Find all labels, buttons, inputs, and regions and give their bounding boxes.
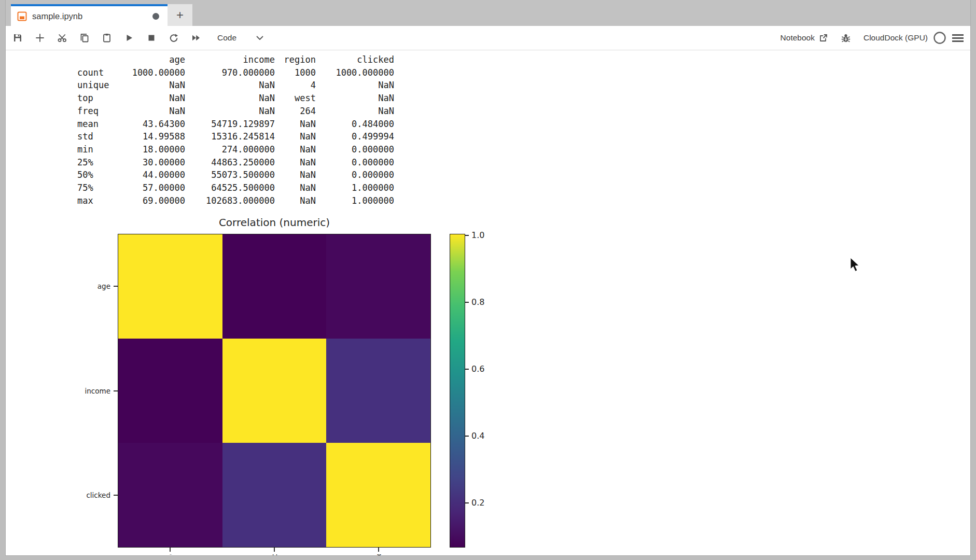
colorbar-tick-mark (465, 235, 469, 236)
heatmap-cell (118, 443, 222, 547)
heatmap-cell (118, 339, 222, 443)
restart-icon (169, 33, 179, 43)
insert-cell-button[interactable] (32, 30, 48, 46)
notebook-panel-link[interactable]: Notebook (780, 33, 815, 43)
notebook-file-icon (17, 11, 27, 21)
run-cell-button[interactable] (121, 30, 137, 46)
plus-icon (35, 33, 45, 43)
copy-icon (79, 33, 90, 43)
mouse-cursor (850, 258, 861, 275)
heatmap-cell (222, 339, 327, 443)
fast-forward-icon (191, 33, 201, 43)
colorbar-tick-mark (465, 502, 469, 503)
play-icon (124, 33, 134, 43)
table-row: max69.00000102683.000000NaN1.000000 (77, 194, 394, 207)
save-button[interactable] (10, 30, 25, 46)
debugger-bug-icon[interactable] (841, 33, 851, 43)
menu-icon[interactable] (952, 33, 964, 43)
restart-kernel-button[interactable] (166, 30, 182, 46)
kernel-status-icon (933, 31, 946, 45)
heatmap-cell (222, 443, 327, 547)
describe-table: ageincomeregionclickedcount1000.00000970… (77, 53, 394, 207)
table-row: min18.00000274.000000NaN0.000000 (77, 143, 394, 156)
table-row: mean43.6430054719.129897NaN0.484000 (77, 118, 394, 131)
chevron-down-icon (256, 36, 263, 40)
new-tab-button[interactable]: + (168, 4, 192, 26)
cut-cells-button[interactable] (54, 30, 70, 46)
colorbar-tick-label: 0.8 (471, 297, 484, 307)
heatmap-cell (222, 234, 327, 339)
x-axis-tick-label: age (166, 554, 175, 555)
table-row: count1000.00000970.00000010001000.000000 (77, 66, 394, 79)
external-link-icon[interactable] (819, 33, 828, 43)
heatmap (118, 234, 431, 548)
table-row: 25%30.0000044863.250000NaN0.000000 (77, 156, 394, 169)
kernel-name[interactable]: CloudDock (GPU) (863, 33, 928, 43)
x-axis-tick-label: clicked (374, 554, 384, 555)
x-axis-tick-mark (274, 548, 275, 552)
colorbar-tick-mark (465, 302, 469, 303)
table-header-row: ageincomeregionclicked (77, 53, 394, 66)
table-row: topNaNNaNwestNaN (77, 92, 394, 105)
table-row: 50%44.0000055073.500000NaN0.000000 (77, 169, 394, 181)
table-row: freqNaNNaN264NaN (77, 105, 394, 118)
tab-sample-ipynb[interactable]: sample.ipynb (11, 4, 168, 26)
table-row: 75%57.0000064525.500000NaN1.000000 (77, 181, 394, 194)
y-axis-tick-mark (114, 390, 118, 391)
y-axis-tick-label: age (79, 282, 110, 291)
stop-icon (146, 33, 157, 43)
heatmap-cell (326, 339, 430, 443)
y-axis-tick-label: income (79, 386, 110, 396)
tab-title: sample.ipynb (32, 11, 82, 21)
unsaved-changes-dot (152, 13, 159, 20)
table-row: uniqueNaNNaN4NaN (77, 79, 394, 92)
colorbar-tick-label: 1.0 (471, 230, 484, 241)
y-axis-tick-mark (114, 286, 118, 287)
tab-bar: sample.ipynb + (6, 0, 970, 26)
x-axis-tick-mark (378, 548, 379, 552)
paste-cells-button[interactable] (99, 30, 115, 46)
colorbar-tick-mark (465, 369, 469, 370)
heatmap-cell (326, 234, 430, 339)
copy-cells-button[interactable] (77, 30, 92, 46)
heatmap-cell (118, 234, 222, 339)
y-axis-tick-mark (114, 495, 118, 496)
cell-type-value: Code (217, 33, 236, 43)
notebook-output-area: ageincomeregionclickedcount1000.00000970… (6, 50, 970, 555)
run-all-cells-button[interactable] (188, 30, 204, 46)
colorbar-tick-mark (465, 436, 469, 437)
scissors-icon (57, 33, 67, 43)
colorbar-tick-label: 0.6 (471, 364, 484, 374)
cell-type-dropdown[interactable]: Code (217, 33, 263, 43)
colorbar-tick-label: 0.4 (471, 431, 484, 441)
x-axis-tick-mark (170, 548, 171, 552)
interrupt-kernel-button[interactable] (144, 30, 159, 46)
y-axis-tick-label: clicked (79, 491, 110, 500)
colorbar (450, 234, 465, 548)
notebook-window: sample.ipynb + (5, 0, 971, 556)
save-icon (12, 33, 23, 43)
table-row: std14.9958815316.245814NaN0.499994 (77, 130, 394, 143)
clipboard-icon (102, 33, 112, 43)
chart-title: Correlation (numeric) (171, 216, 378, 229)
x-axis-tick-label: income (270, 554, 280, 555)
heatmap-cell (326, 443, 430, 547)
plus-icon: + (176, 8, 184, 22)
notebook-toolbar: Code Notebook (6, 26, 970, 50)
colorbar-tick-label: 0.2 (471, 498, 484, 508)
